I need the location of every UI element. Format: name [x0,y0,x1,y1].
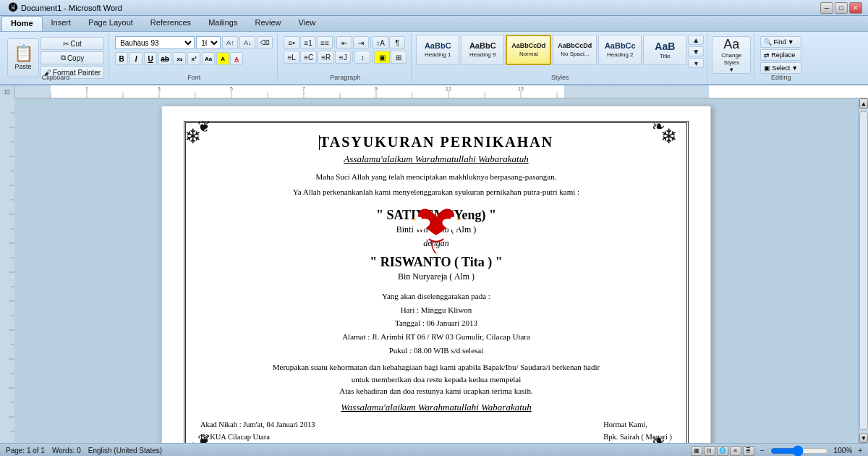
line-spacing-button[interactable]: ↕ [354,51,370,64]
styles-expand[interactable]: ▾ [688,58,704,68]
tab-view[interactable]: View [290,16,325,31]
para-divider3 [352,51,353,62]
border-button[interactable]: ⊞ [391,51,407,64]
style-title-button[interactable]: AaB Title [643,35,686,65]
draft-view-button[interactable]: ≣ [743,446,754,456]
view-buttons: ▦ ⊡ 🌐 ≡ ≣ [691,446,754,456]
tab-page-layout[interactable]: Page Layout [80,16,142,31]
show-formatting-button[interactable]: ¶ [389,36,405,49]
replace-button[interactable]: ⇄ Replace [760,49,801,61]
styles-scroll-down[interactable]: ▼ [688,46,704,56]
tab-references[interactable]: References [142,16,200,31]
tab-insert[interactable]: Insert [43,16,80,31]
select-dropdown-icon: ▼ [791,64,798,72]
zoom-slider[interactable] [770,448,828,454]
style-heading9-button[interactable]: AaBbC Heading 9 [461,35,504,65]
svg-rect-25 [0,98,14,443]
font-name-select[interactable]: Bauhaus 93 [115,36,195,49]
hari-value: Minggu Kliwon [421,305,472,314]
styles-group-label: Styles [413,74,707,81]
select-button[interactable]: ▣ Select ▼ [760,62,801,74]
select-label: Select [772,64,790,72]
tab-review[interactable]: Review [246,16,289,31]
underline-button[interactable]: U [144,52,157,65]
scroll-thumb[interactable] [859,111,868,430]
bride-parent: Bin Nuryareja ( Alm ) [200,271,672,282]
multilevel-list-button[interactable]: ≡≡ [317,36,333,49]
tab-home[interactable]: Home [1,16,43,31]
editing-group: 🔍 Find ▼ ⇄ Replace ▣ Select ▼ Editing [756,33,806,83]
title-bar: 🅦 Document1 - Microsoft Word ─ □ ✕ [0,0,868,16]
word-count: Words: 0 [52,447,81,455]
font-name-row: Bauhaus 93 16 A↑ A↓ ⌫ [115,36,273,49]
align-right-button[interactable]: ≡R [318,51,334,64]
numbering-button[interactable]: ≡1 [300,36,316,49]
subscript-button[interactable]: x₂ [173,52,186,65]
font-color-button[interactable]: A [230,52,243,65]
svg-text:3: 3 [158,86,161,91]
style-no-spacing-button[interactable]: AaBbCcDd No Spaci... [553,35,597,65]
paste-button[interactable]: 📋 Paste [7,38,39,77]
vertical-scrollbar[interactable]: ▲ ▼ [859,98,868,443]
intro-text-1: Maha Suci Allah yang telah menciptakan m… [200,171,672,183]
justify-button[interactable]: ≡J [335,51,351,64]
sort-button[interactable]: ↕A [373,36,388,49]
paste-icon: 📋 [14,46,33,62]
scroll-up-button[interactable]: ▲ [859,98,868,109]
alamat-label: Alamat : [342,332,370,341]
superscript-button[interactable]: x² [187,52,200,65]
align-left-button[interactable]: ≡L [284,51,299,64]
style-heading1-button[interactable]: AaBbC Heading 1 [416,35,459,65]
style-heading2-button[interactable]: AaBbCc Heading 2 [598,35,642,65]
italic-button[interactable]: I [129,52,142,65]
decrease-font-button[interactable]: A↓ [239,36,255,49]
increase-indent-button[interactable]: ⇥ [353,36,369,49]
copy-button[interactable]: ⧉ Copy [41,51,104,64]
tab-mailings[interactable]: Mailings [200,16,246,31]
text-highlight-button[interactable]: A [216,52,229,65]
change-styles-group: Aa ChangeStyles ▼ [709,33,754,83]
print-layout-view-button[interactable]: ▦ [691,446,702,456]
language-indicator: English (United States) [88,447,162,455]
cut-button[interactable]: ✂ Cut [41,37,104,50]
style-normal-button[interactable]: AaBbCcDd Normal [506,35,551,65]
outline-view-button[interactable]: ≡ [730,446,741,456]
paragraph-group-label: Paragraph [279,74,411,81]
normal-preview: AaBbCcDd [511,43,545,49]
clear-format-button[interactable]: ⌫ [257,36,273,49]
document-page[interactable]: ❄ ❦ ❄ ❧ ❄ ❦ ❄ ❧ TASYUKURAN PERNIKAHAN [161,106,711,443]
para-divider [334,36,335,48]
change-styles-label: ChangeStyles [721,52,741,66]
ribbon: Home Insert Page Layout References Maili… [0,16,868,85]
align-center-button[interactable]: ≡C [300,51,317,64]
corner-br-ornament: ❄ ❧ [644,424,688,443]
increase-font-button[interactable]: A↑ [222,36,238,49]
maximize-button[interactable]: □ [835,2,848,14]
font-size-select[interactable]: 16 [196,36,221,49]
scroll-down-button[interactable]: ▼ [859,433,868,443]
change-styles-button[interactable]: Aa ChangeStyles ▼ [712,36,751,74]
arabic-closing: Wassalamu'alaikum Warahmatullahi Wabarak… [200,402,672,413]
scissors-icon: ✂ [63,40,69,48]
event-label: Yang akan diselenggarakan pada : [200,290,672,303]
tanggal-value: 06 Januari 2013 [427,318,477,327]
closing-line-3: Atas kehadiran dan doa restunya kami uca… [200,385,672,397]
web-layout-view-button[interactable]: 🌐 [717,446,728,456]
ruler-corner-icon: ⊡ [4,88,10,96]
find-button[interactable]: 🔍 Find ▼ [760,36,801,48]
decrease-indent-button[interactable]: ⇤ [336,36,352,49]
minimize-button[interactable]: ─ [820,2,833,14]
hari-label: Hari : [401,305,419,314]
change-case-button[interactable]: Aa [202,52,215,65]
strikethrough-button[interactable]: ab [158,52,171,65]
close-button[interactable]: ✕ [849,2,862,14]
shading-button[interactable]: ▣ [374,51,390,64]
styles-scroll-up[interactable]: ▲ [688,35,704,45]
para-divider4 [372,51,373,62]
bullets-button[interactable]: ≡• [284,36,299,49]
full-screen-view-button[interactable]: ⊡ [704,446,715,456]
page-count: Page: 1 of 1 [6,447,45,455]
tanggal-row: Tanggal : 06 Januari 2013 [200,316,672,330]
bold-button[interactable]: B [115,52,128,65]
zoom-plus-label: + [858,447,862,455]
